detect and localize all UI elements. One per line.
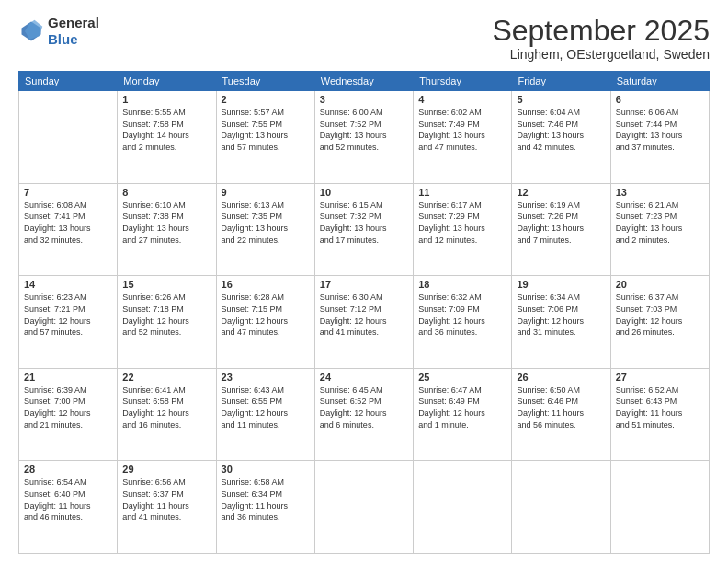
calendar-cell: 8Sunrise: 6:10 AM Sunset: 7:38 PM Daylig… [118, 183, 216, 276]
weekday-header-wednesday: Wednesday [314, 72, 413, 91]
day-number: 13 [616, 187, 704, 198]
day-number: 6 [616, 94, 704, 105]
week-row-4: 21Sunrise: 6:39 AM Sunset: 7:00 PM Dayli… [19, 368, 710, 461]
day-number: 26 [517, 372, 605, 383]
calendar-cell: 1Sunrise: 5:55 AM Sunset: 7:58 PM Daylig… [118, 91, 216, 184]
day-info: Sunrise: 6:19 AM Sunset: 7:26 PM Dayligh… [517, 200, 605, 246]
day-info: Sunrise: 6:34 AM Sunset: 7:06 PM Dayligh… [517, 292, 605, 338]
day-info: Sunrise: 6:47 AM Sunset: 6:49 PM Dayligh… [418, 385, 506, 431]
calendar-cell: 9Sunrise: 6:13 AM Sunset: 7:35 PM Daylig… [216, 183, 314, 276]
day-number: 16 [222, 279, 310, 290]
calendar-title: September 2025 [492, 15, 710, 47]
calendar-cell: 15Sunrise: 6:26 AM Sunset: 7:18 PM Dayli… [118, 276, 216, 369]
calendar-cell: 21Sunrise: 6:39 AM Sunset: 7:00 PM Dayli… [19, 368, 118, 461]
day-info: Sunrise: 6:06 AM Sunset: 7:44 PM Dayligh… [616, 107, 704, 153]
day-info: Sunrise: 6:10 AM Sunset: 7:38 PM Dayligh… [122, 200, 210, 246]
day-info: Sunrise: 6:23 AM Sunset: 7:21 PM Dayligh… [24, 292, 112, 338]
calendar-cell: 17Sunrise: 6:30 AM Sunset: 7:12 PM Dayli… [314, 276, 413, 369]
day-info: Sunrise: 6:04 AM Sunset: 7:46 PM Dayligh… [517, 107, 605, 153]
day-number: 29 [122, 464, 210, 475]
calendar-cell: 5Sunrise: 6:04 AM Sunset: 7:46 PM Daylig… [512, 91, 610, 184]
calendar-cell: 6Sunrise: 6:06 AM Sunset: 7:44 PM Daylig… [610, 91, 709, 184]
day-number: 18 [418, 279, 506, 290]
calendar-cell: 14Sunrise: 6:23 AM Sunset: 7:21 PM Dayli… [19, 276, 118, 369]
logo-icon [18, 18, 44, 44]
weekday-header-friday: Friday [512, 72, 610, 91]
calendar-table: SundayMondayTuesdayWednesdayThursdayFrid… [18, 71, 710, 554]
day-info: Sunrise: 6:02 AM Sunset: 7:49 PM Dayligh… [418, 107, 506, 153]
day-number: 25 [418, 372, 506, 383]
week-row-3: 14Sunrise: 6:23 AM Sunset: 7:21 PM Dayli… [19, 276, 710, 369]
calendar-cell [512, 461, 610, 554]
calendar-subtitle: Linghem, OEstergoetland, Sweden [492, 47, 710, 62]
day-number: 5 [517, 94, 605, 105]
day-info: Sunrise: 6:00 AM Sunset: 7:52 PM Dayligh… [320, 107, 408, 153]
logo-blue: Blue [48, 31, 78, 47]
calendar-cell: 26Sunrise: 6:50 AM Sunset: 6:46 PM Dayli… [512, 368, 610, 461]
weekday-header-tuesday: Tuesday [216, 72, 314, 91]
day-number: 23 [222, 372, 310, 383]
calendar-cell: 12Sunrise: 6:19 AM Sunset: 7:26 PM Dayli… [512, 183, 610, 276]
week-row-1: 1Sunrise: 5:55 AM Sunset: 7:58 PM Daylig… [19, 91, 710, 184]
calendar-cell: 25Sunrise: 6:47 AM Sunset: 6:49 PM Dayli… [414, 368, 512, 461]
day-number: 8 [122, 187, 210, 198]
day-number: 24 [320, 372, 408, 383]
day-number: 10 [320, 187, 408, 198]
day-info: Sunrise: 6:58 AM Sunset: 6:34 PM Dayligh… [222, 477, 310, 523]
day-info: Sunrise: 6:28 AM Sunset: 7:15 PM Dayligh… [222, 292, 310, 338]
day-info: Sunrise: 6:52 AM Sunset: 6:43 PM Dayligh… [616, 385, 704, 431]
weekday-header-row: SundayMondayTuesdayWednesdayThursdayFrid… [19, 72, 710, 91]
calendar-cell: 22Sunrise: 6:41 AM Sunset: 6:58 PM Dayli… [118, 368, 216, 461]
day-number: 22 [122, 372, 210, 383]
day-number: 17 [320, 279, 408, 290]
day-number: 15 [122, 279, 210, 290]
calendar-cell: 7Sunrise: 6:08 AM Sunset: 7:41 PM Daylig… [19, 183, 118, 276]
calendar-cell: 24Sunrise: 6:45 AM Sunset: 6:52 PM Dayli… [314, 368, 413, 461]
day-info: Sunrise: 6:37 AM Sunset: 7:03 PM Dayligh… [616, 292, 704, 338]
day-info: Sunrise: 6:21 AM Sunset: 7:23 PM Dayligh… [616, 200, 704, 246]
day-info: Sunrise: 6:26 AM Sunset: 7:18 PM Dayligh… [122, 292, 210, 338]
day-info: Sunrise: 6:41 AM Sunset: 6:58 PM Dayligh… [122, 385, 210, 431]
day-info: Sunrise: 6:43 AM Sunset: 6:55 PM Dayligh… [222, 385, 310, 431]
day-info: Sunrise: 6:30 AM Sunset: 7:12 PM Dayligh… [320, 292, 408, 338]
calendar-cell: 16Sunrise: 6:28 AM Sunset: 7:15 PM Dayli… [216, 276, 314, 369]
weekday-header-thursday: Thursday [414, 72, 512, 91]
week-row-2: 7Sunrise: 6:08 AM Sunset: 7:41 PM Daylig… [19, 183, 710, 276]
calendar-cell [414, 461, 512, 554]
day-number: 3 [320, 94, 408, 105]
week-row-5: 28Sunrise: 6:54 AM Sunset: 6:40 PM Dayli… [19, 461, 710, 554]
calendar-cell: 18Sunrise: 6:32 AM Sunset: 7:09 PM Dayli… [414, 276, 512, 369]
calendar-cell: 23Sunrise: 6:43 AM Sunset: 6:55 PM Dayli… [216, 368, 314, 461]
calendar-cell: 4Sunrise: 6:02 AM Sunset: 7:49 PM Daylig… [414, 91, 512, 184]
day-number: 2 [222, 94, 310, 105]
day-number: 11 [418, 187, 506, 198]
day-number: 30 [222, 464, 310, 475]
calendar-cell [19, 91, 118, 184]
calendar-cell [314, 461, 413, 554]
title-block: September 2025 Linghem, OEstergoetland, … [492, 15, 710, 62]
day-info: Sunrise: 5:57 AM Sunset: 7:55 PM Dayligh… [222, 107, 310, 153]
day-info: Sunrise: 6:45 AM Sunset: 6:52 PM Dayligh… [320, 385, 408, 431]
weekday-header-monday: Monday [118, 72, 216, 91]
day-info: Sunrise: 6:54 AM Sunset: 6:40 PM Dayligh… [24, 477, 112, 523]
day-number: 27 [616, 372, 704, 383]
calendar-cell: 28Sunrise: 6:54 AM Sunset: 6:40 PM Dayli… [19, 461, 118, 554]
weekday-header-saturday: Saturday [610, 72, 709, 91]
day-number: 7 [24, 187, 112, 198]
day-number: 21 [24, 372, 112, 383]
day-number: 20 [616, 279, 704, 290]
day-number: 28 [24, 464, 112, 475]
logo-text: General Blue [48, 15, 99, 48]
calendar-cell: 27Sunrise: 6:52 AM Sunset: 6:43 PM Dayli… [610, 368, 709, 461]
calendar-cell [610, 461, 709, 554]
calendar-cell: 11Sunrise: 6:17 AM Sunset: 7:29 PM Dayli… [414, 183, 512, 276]
calendar-cell: 13Sunrise: 6:21 AM Sunset: 7:23 PM Dayli… [610, 183, 709, 276]
day-info: Sunrise: 6:50 AM Sunset: 6:46 PM Dayligh… [517, 385, 605, 431]
day-number: 1 [122, 94, 210, 105]
day-info: Sunrise: 6:13 AM Sunset: 7:35 PM Dayligh… [222, 200, 310, 246]
weekday-header-sunday: Sunday [19, 72, 118, 91]
day-info: Sunrise: 6:32 AM Sunset: 7:09 PM Dayligh… [418, 292, 506, 338]
day-number: 14 [24, 279, 112, 290]
page: General Blue September 2025 Linghem, OEs… [0, 0, 728, 563]
day-info: Sunrise: 6:15 AM Sunset: 7:32 PM Dayligh… [320, 200, 408, 246]
